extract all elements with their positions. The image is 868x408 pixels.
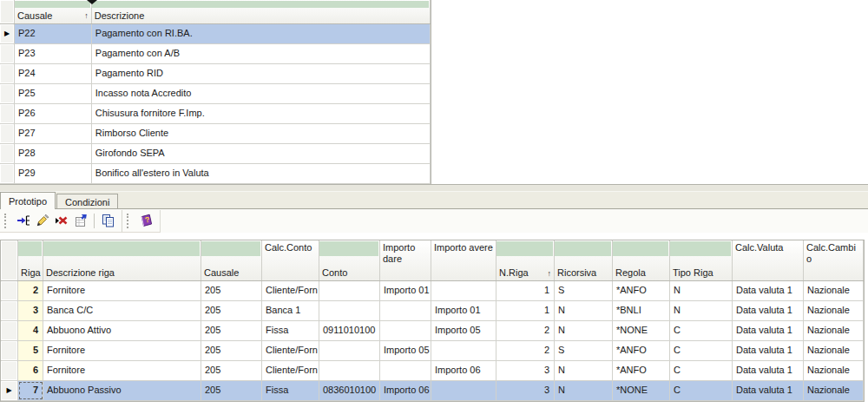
row-selector[interactable] (1, 361, 18, 380)
cell-calc-cambio[interactable]: Nazionale (804, 341, 864, 360)
table-row[interactable]: P25Incasso nota Accredito (0, 84, 431, 104)
table-row[interactable]: 5Fornitore205Cliente/FornImporto 052S*AN… (1, 341, 864, 361)
table-row[interactable]: P24Pagamento RID (0, 64, 431, 84)
row-selector[interactable] (1, 301, 18, 320)
cell-riga[interactable]: 7 (18, 381, 43, 400)
cell-importo-dare[interactable]: Importo 06 (380, 381, 431, 400)
cell-causale[interactable]: 205 (201, 301, 262, 320)
cell-importo-avere[interactable]: Importo 05 (431, 321, 496, 340)
cell-importo-avere[interactable] (431, 381, 496, 400)
cell-conto[interactable]: 0836010100 (319, 381, 380, 400)
cell-riga[interactable]: 5 (18, 341, 43, 360)
cell-descrizione[interactable]: Pagamento RID (92, 64, 431, 83)
column-header-descrizione-riga[interactable]: Descrizione riga (43, 240, 201, 280)
cell-causale[interactable]: P24 (15, 64, 92, 83)
table-row[interactable]: ▶P22Pagamento con RI.BA. (0, 24, 431, 44)
cell-importo-dare[interactable]: Importo 05 (380, 341, 431, 360)
cell-descrizione-riga[interactable]: Abbuono Attivo (43, 321, 201, 340)
cell-importo-avere[interactable]: Importo 01 (431, 301, 496, 320)
column-header-calc-conto[interactable]: Calc.Conto (262, 240, 319, 280)
column-header-calc-cambio[interactable]: Calc.Cambio (804, 240, 864, 280)
column-header-descrizione[interactable]: Descrizione (92, 0, 431, 23)
cell-calc-cambio[interactable]: Nazionale (804, 361, 864, 380)
cell-importo-dare[interactable] (380, 321, 431, 340)
tab-condizioni[interactable]: Condizioni (56, 194, 118, 208)
cell-regola[interactable]: *NONE (613, 321, 670, 340)
cell-descrizione-riga[interactable]: Fornitore (43, 361, 201, 380)
cell-descrizione[interactable]: Rimborso Cliente (92, 124, 431, 143)
cell-descrizione-riga[interactable]: Banca C/C (43, 301, 201, 320)
horizontal-splitter[interactable] (0, 184, 868, 192)
cell-calc-valuta[interactable]: Data valuta 1 (733, 301, 804, 320)
cell-regola[interactable]: *ANFO (613, 341, 670, 360)
cell-calc-valuta[interactable]: Data valuta 1 (733, 361, 804, 380)
cell-calc-cambio[interactable]: Nazionale (804, 301, 864, 320)
cell-calc-conto[interactable]: Cliente/Forn (262, 281, 319, 300)
cell-causale[interactable]: P22 (15, 24, 92, 43)
toolbar-gripper[interactable] (4, 214, 10, 228)
cell-importo-avere[interactable]: Importo 06 (431, 361, 496, 380)
cell-regola[interactable]: *ANFO (613, 281, 670, 300)
column-header-importo-dare[interactable]: Importo dare (380, 240, 431, 280)
cell-calc-cambio[interactable]: Nazionale (804, 281, 864, 300)
cell-causale[interactable]: 205 (201, 281, 262, 300)
cell-causale[interactable]: P28 (15, 144, 92, 163)
cell-calc-conto[interactable]: Fissa (262, 321, 319, 340)
table-row[interactable]: P28Girofondo SEPA (0, 144, 431, 164)
cell-calc-conto[interactable]: Cliente/Forn (262, 361, 319, 380)
cell-tipo-riga[interactable]: N (670, 281, 733, 300)
cell-descrizione[interactable]: Pagamento con RI.BA. (92, 24, 431, 43)
cell-descrizione[interactable]: Pagamento con A/B (92, 44, 431, 63)
column-header-tipo-riga[interactable]: Tipo Riga (670, 240, 733, 280)
insert-record-icon[interactable] (14, 211, 33, 230)
cell-descrizione-riga[interactable]: Fornitore (43, 281, 201, 300)
table-row[interactable]: 3Banca C/C205Banca 1Importo 011N*BNLINDa… (1, 301, 864, 321)
cell-tipo-riga[interactable]: C (670, 361, 733, 380)
cell-riga[interactable]: 3 (18, 301, 43, 320)
cell-causale[interactable]: P23 (15, 44, 92, 63)
column-header-n-riga[interactable]: N.Riga↑ (496, 240, 555, 280)
cell-calc-conto[interactable]: Fissa (262, 381, 319, 400)
cell-n-riga[interactable]: 2 (496, 321, 555, 340)
cell-calc-valuta[interactable]: Data valuta 1 (733, 321, 804, 340)
cell-n-riga[interactable]: 2 (496, 341, 555, 360)
cell-descrizione-riga[interactable]: Abbuono Passivo (43, 381, 201, 400)
cell-causale[interactable]: P27 (15, 124, 92, 143)
cell-riga[interactable]: 2 (18, 281, 43, 300)
row-selector[interactable] (1, 281, 18, 300)
cell-conto[interactable]: 0911010100 (319, 321, 380, 340)
cell-descrizione-riga[interactable]: Fornitore (43, 341, 201, 360)
column-header-ricorsiva[interactable]: Ricorsiva (555, 240, 613, 280)
cell-ricorsiva[interactable]: N (555, 301, 613, 320)
cell-importo-dare[interactable] (380, 361, 431, 380)
cell-ricorsiva[interactable]: S (555, 281, 613, 300)
row-selector[interactable] (0, 64, 15, 83)
cell-ricorsiva[interactable]: N (555, 321, 613, 340)
row-selector[interactable]: ▶ (0, 24, 15, 43)
cell-tipo-riga[interactable]: C (670, 381, 733, 400)
cell-tipo-riga[interactable]: C (670, 341, 733, 360)
table-row[interactable]: ▶7Abbuono Passivo205Fissa0836010100Impor… (1, 381, 864, 401)
cell-causale[interactable]: P26 (15, 104, 92, 123)
delete-record-icon[interactable] (52, 211, 71, 230)
row-selector[interactable] (0, 124, 15, 143)
table-row[interactable]: 4Abbuono Attivo205Fissa0911010100Importo… (1, 321, 864, 341)
cell-causale[interactable]: P29 (15, 164, 92, 183)
select-all-corner[interactable] (1, 240, 18, 280)
row-selector[interactable] (1, 341, 18, 360)
cell-conto[interactable] (319, 341, 380, 360)
cell-calc-valuta[interactable]: Data valuta 1 (733, 281, 804, 300)
row-selector[interactable] (0, 144, 15, 163)
cell-conto[interactable] (319, 301, 380, 320)
help-book-icon[interactable]: ? (136, 211, 155, 230)
cell-regola[interactable]: *BNLI (613, 301, 670, 320)
cell-causale[interactable]: 205 (201, 381, 262, 400)
cell-regola[interactable]: *NONE (613, 381, 670, 400)
properties-icon[interactable] (71, 211, 90, 230)
column-header-calc-valuta[interactable]: Calc.Valuta (733, 240, 804, 280)
cell-descrizione[interactable]: Incasso nota Accredito (92, 84, 431, 103)
column-header-riga[interactable]: Riga (18, 240, 43, 280)
cell-n-riga[interactable]: 1 (496, 281, 555, 300)
toolbar-gripper[interactable] (127, 214, 132, 228)
cell-n-riga[interactable]: 1 (496, 301, 555, 320)
